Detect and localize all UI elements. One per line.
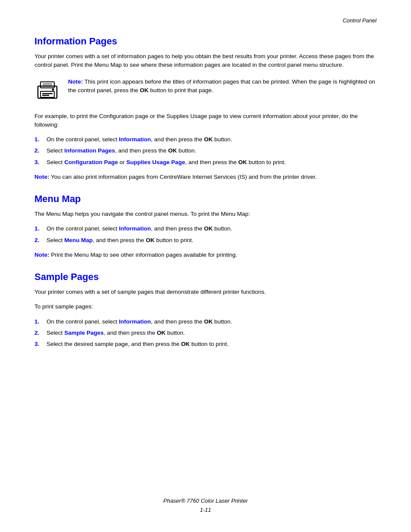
link-sample-pages[interactable]: Sample Pages — [64, 330, 104, 336]
sample-pages-steps: 1. On the control panel, select Informat… — [34, 317, 377, 349]
link-menu-map[interactable]: Menu Map — [64, 237, 93, 243]
section-menu-map: Menu Map The Menu Map helps you navigate… — [34, 193, 377, 259]
section-information-pages: Information Pages Your printer comes wit… — [34, 36, 377, 181]
section-title-sample-pages: Sample Pages — [34, 271, 377, 283]
footer-line1: Phaser® 7760 Color Laser Printer — [0, 497, 411, 506]
step-1: 1. On the control panel, select Informat… — [34, 135, 377, 144]
sample-pages-intro: Your printer comes with a set of sample … — [34, 288, 377, 296]
ok-bold-sample-3: OK — [181, 341, 190, 347]
note-text-2: button to print that page. — [149, 87, 213, 93]
ok-bold-sample-2: OK — [157, 330, 165, 336]
note-label-bottom-info: Note: — [34, 174, 50, 180]
sample-step-3: 3. Select the desired sample page, and t… — [34, 340, 377, 348]
page-container: Control Panel Information Pages Your pri… — [0, 0, 411, 532]
link-supplies-usage-page[interactable]: Supplies Usage Page — [126, 159, 185, 165]
info-pages-steps: 1. On the control panel, select Informat… — [34, 135, 377, 167]
menu-step-1-content: On the control panel, select Information… — [47, 224, 377, 233]
sample-step-3-content: Select the desired sample page, and then… — [47, 340, 377, 348]
menu-map-intro: The Menu Map helps you navigate the cont… — [34, 210, 377, 218]
sample-step-1: 1. On the control panel, select Informat… — [34, 317, 377, 326]
footer-line2: 1-11 — [0, 506, 411, 515]
step-2: 2. Select Information Pages, and then pr… — [34, 146, 377, 155]
menu-step-2-content: Select Menu Map, and then press the OK b… — [47, 236, 377, 245]
ok-bold-menu-1: OK — [204, 225, 212, 232]
sample-step-1-content: On the control panel, select Information… — [47, 317, 377, 326]
section-title-information-pages: Information Pages — [34, 36, 377, 47]
note-ok-bold: OK — [140, 87, 149, 93]
sample-step-1-num: 1. — [34, 317, 47, 326]
step-1-num: 1. — [34, 135, 47, 144]
step-1-content: On the control panel, select Information… — [47, 135, 377, 144]
menu-step-1: 1. On the control panel, select Informat… — [34, 224, 377, 233]
note-box-print-icon: Note: This print icon appears before the… — [34, 78, 377, 104]
link-information-2[interactable]: Information — [119, 225, 151, 232]
menu-step-2-num: 2. — [34, 236, 47, 245]
sample-step-2-content: Select Sample Pages, and then press the … — [47, 329, 377, 337]
link-information-pages[interactable]: Information Pages — [64, 147, 115, 154]
note-label-1: Note: — [68, 78, 83, 85]
svg-rect-1 — [40, 82, 54, 88]
header-text: Control Panel — [342, 17, 377, 24]
section-title-menu-map: Menu Map — [34, 193, 377, 205]
menu-step-2: 2. Select Menu Map, and then press the O… — [34, 236, 377, 245]
note-bottom-info: Note: You can also print information pag… — [34, 173, 377, 181]
note-label-menu: Note: — [34, 252, 50, 258]
step-3-content: Select Configuration Page or Supplies Us… — [47, 158, 377, 167]
step-3-num: 3. — [34, 158, 47, 167]
step-2-content: Select Information Pages, and then press… — [47, 146, 377, 155]
sample-step-2: 2. Select Sample Pages, and then press t… — [34, 329, 377, 337]
ok-bold-sample-1: OK — [204, 318, 212, 325]
link-information-1[interactable]: Information — [119, 136, 151, 143]
menu-map-steps: 1. On the control panel, select Informat… — [34, 224, 377, 245]
ok-bold-1: OK — [204, 136, 212, 143]
example-intro: For example, to print the Configuration … — [34, 112, 377, 130]
svg-rect-2 — [40, 91, 54, 97]
note-text-bottom-info: You can also print information pages fro… — [50, 174, 317, 180]
link-information-3[interactable]: Information — [119, 318, 151, 325]
svg-point-5 — [52, 88, 54, 90]
page-footer: Phaser® 7760 Color Laser Printer 1-11 — [0, 497, 411, 515]
sample-step-3-num: 3. — [34, 340, 47, 348]
link-configuration-page[interactable]: Configuration Page — [64, 159, 118, 165]
sample-step-2-num: 2. — [34, 329, 47, 337]
ok-bold-3: OK — [238, 159, 247, 165]
page-header: Control Panel — [34, 17, 377, 24]
step-2-num: 2. — [34, 146, 47, 155]
svg-rect-4 — [42, 95, 49, 96]
section-sample-pages: Sample Pages Your printer comes with a s… — [34, 271, 377, 348]
note-bottom-menu: Note: Print the Menu Map to see other in… — [34, 251, 377, 259]
note-box-text: Note: This print icon appears before the… — [68, 78, 377, 95]
ok-bold-menu-2: OK — [146, 237, 154, 243]
menu-step-1-num: 1. — [34, 224, 47, 233]
step-3: 3. Select Configuration Page or Supplies… — [34, 158, 377, 167]
note-text-1: This print icon appears before the title… — [68, 78, 375, 93]
note-text-menu: Print the Menu Map to see other informat… — [50, 252, 237, 258]
sample-pages-intro2: To print sample pages: — [34, 302, 377, 311]
svg-rect-3 — [42, 93, 53, 94]
ok-bold-2: OK — [168, 147, 177, 154]
information-pages-intro: Your printer comes with a set of informa… — [34, 52, 377, 70]
printer-icon — [34, 78, 60, 104]
